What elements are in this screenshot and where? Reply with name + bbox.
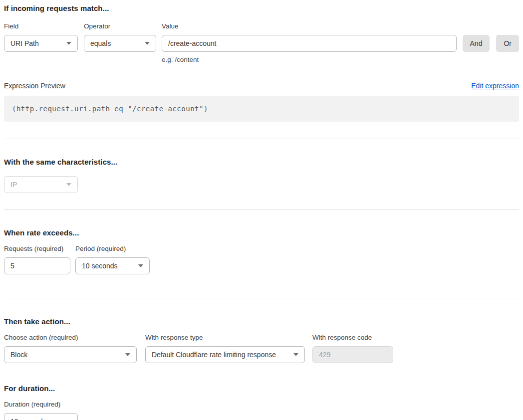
- response-code-column: With response code: [312, 334, 393, 363]
- requests-label: Requests (required): [4, 245, 70, 252]
- duration-label: Duration (required): [4, 401, 78, 408]
- rate-heading: When rate exceeds...: [4, 228, 519, 237]
- period-select-value: 10 seconds: [82, 262, 118, 270]
- response-type-column: With response type Default Cloudflare ra…: [145, 334, 305, 363]
- action-controls-row: Choose action (required) Block With resp…: [4, 334, 519, 363]
- section-incoming-requests: If incoming requests match... Field URI …: [4, 4, 519, 122]
- characteristics-heading: With the same characteristics...: [4, 158, 519, 166]
- response-type-select[interactable]: Default Cloudflare rate limiting respons…: [145, 346, 305, 363]
- duration-column: Duration (required) 10 seconds: [4, 401, 78, 420]
- chevron-down-icon: [125, 353, 130, 356]
- chevron-down-icon: [145, 42, 150, 45]
- section-divider: [4, 210, 519, 210]
- section-rate: When rate exceeds... Requests (required)…: [4, 228, 519, 274]
- chevron-down-icon: [66, 183, 71, 186]
- chevron-down-icon: [293, 353, 298, 356]
- expression-preview-label: Expression Preview: [4, 82, 65, 90]
- edit-expression-link[interactable]: Edit expression: [471, 82, 519, 90]
- section-characteristics: With the same characteristics... IP: [4, 158, 519, 193]
- value-hint: e.g. /content: [162, 56, 457, 63]
- rate-limit-rule-form: If incoming requests match... Field URI …: [4, 4, 519, 420]
- choose-action-select-value: Block: [10, 351, 27, 359]
- response-code-input: [312, 346, 393, 363]
- section-action: Then take action... Choose action (requi…: [4, 317, 519, 363]
- period-column: Period (required) 10 seconds: [75, 245, 150, 274]
- operator-column: Operator equals: [84, 22, 156, 52]
- operator-select-value: equals: [90, 39, 111, 47]
- expression-preview-header: Expression Preview Edit expression: [4, 82, 519, 90]
- characteristics-select-value: IP: [10, 181, 17, 189]
- value-label: Value: [162, 22, 457, 30]
- duration-heading: For duration...: [4, 384, 519, 393]
- choose-action-column: Choose action (required) Block: [4, 334, 137, 363]
- chevron-down-icon: [138, 264, 143, 267]
- and-button[interactable]: And: [463, 35, 490, 52]
- rate-controls-row: Requests (required) Period (required) 10…: [4, 245, 519, 274]
- field-label: Field: [4, 22, 78, 30]
- period-label: Period (required): [75, 245, 150, 252]
- response-type-label: With response type: [145, 334, 305, 341]
- field-select[interactable]: URI Path: [4, 35, 78, 52]
- field-column: Field URI Path: [4, 22, 78, 52]
- boolean-buttons: And Or: [463, 22, 519, 52]
- requests-input[interactable]: [4, 257, 70, 274]
- duration-select-value: 10 seconds: [10, 418, 46, 420]
- operator-label: Operator: [84, 22, 156, 30]
- match-controls-row: Field URI Path Operator equals Value e.g…: [4, 22, 519, 63]
- choose-action-label: Choose action (required): [4, 334, 137, 341]
- value-column: Value e.g. /content: [162, 22, 457, 63]
- operator-select[interactable]: equals: [84, 35, 156, 52]
- response-code-label: With response code: [312, 334, 393, 341]
- choose-action-select[interactable]: Block: [4, 346, 137, 363]
- period-select[interactable]: 10 seconds: [75, 257, 150, 274]
- expression-preview-code: (http.request.uri.path eq "/create-accou…: [4, 96, 519, 122]
- or-button[interactable]: Or: [496, 35, 519, 52]
- section-divider: [4, 298, 519, 298]
- value-input[interactable]: [162, 35, 457, 52]
- expression-code-text: (http.request.uri.path eq "/create-accou…: [12, 105, 208, 113]
- incoming-requests-heading: If incoming requests match...: [4, 4, 519, 12]
- field-select-value: URI Path: [10, 39, 39, 47]
- section-duration: For duration... Duration (required) 10 s…: [4, 384, 519, 420]
- characteristics-select[interactable]: IP: [4, 176, 78, 193]
- section-divider: [4, 139, 519, 139]
- action-heading: Then take action...: [4, 317, 519, 326]
- response-type-select-value: Default Cloudflare rate limiting respons…: [152, 351, 276, 359]
- chevron-down-icon: [66, 42, 71, 45]
- requests-column: Requests (required): [4, 245, 70, 274]
- duration-select[interactable]: 10 seconds: [4, 413, 78, 420]
